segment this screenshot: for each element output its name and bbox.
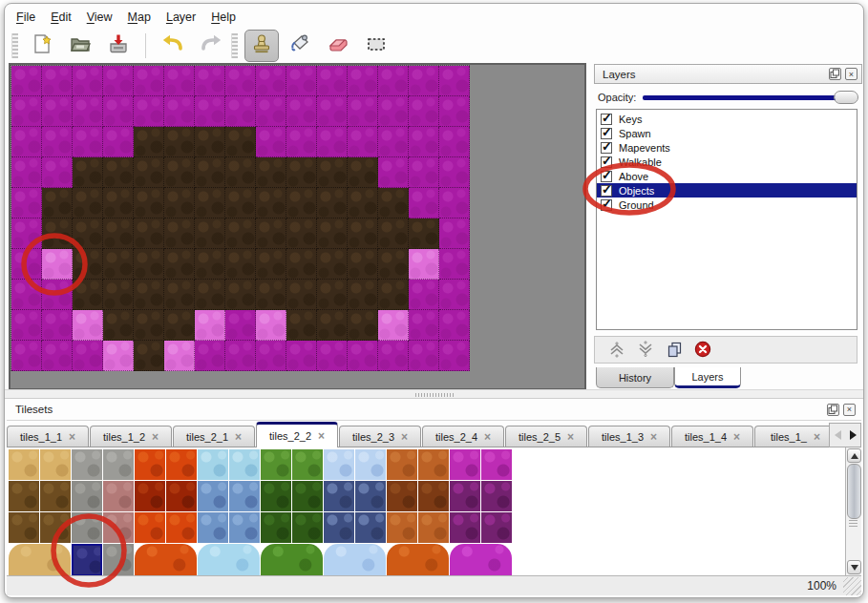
map-tile[interactable]	[164, 341, 195, 371]
map-tile[interactable]	[286, 96, 317, 127]
palette-tile-bush-magenta[interactable]	[450, 544, 512, 576]
palette-tile-darkmagenta[interactable]	[481, 512, 512, 543]
map-tile[interactable]	[42, 188, 73, 218]
palette-tile-bark[interactable]	[40, 512, 71, 543]
map-tile[interactable]	[348, 218, 378, 249]
layer-visibility-checkbox[interactable]: ✓	[601, 156, 612, 168]
tileset-tab-tiles_2_3[interactable]: tiles_2_3×	[339, 426, 421, 447]
palette-tile-lava[interactable]	[135, 449, 165, 480]
palette-tile-frost[interactable]	[198, 512, 228, 543]
palette-tile-lava[interactable]	[166, 449, 197, 480]
map-tile[interactable]	[103, 249, 134, 280]
map-tile[interactable]	[73, 310, 103, 341]
map-tile[interactable]	[378, 127, 409, 157]
map-tile[interactable]	[256, 341, 286, 371]
map-tile[interactable]	[134, 249, 164, 280]
map-tile[interactable]	[409, 341, 439, 371]
map-tile[interactable]	[11, 96, 42, 127]
map-tile[interactable]	[317, 96, 348, 127]
float-panel-icon[interactable]	[827, 404, 839, 416]
palette-tile-magenta[interactable]	[481, 449, 512, 480]
map-tile[interactable]	[11, 341, 42, 371]
map-tile[interactable]	[286, 127, 317, 157]
close-tab-icon[interactable]: ×	[69, 430, 75, 444]
map-tile[interactable]	[348, 280, 378, 310]
map-tile[interactable]	[103, 341, 134, 371]
map-tile[interactable]	[195, 188, 225, 218]
map-tile[interactable]	[73, 249, 103, 280]
map-tile[interactable]	[225, 280, 256, 310]
palette-tile-rock[interactable]	[72, 481, 102, 511]
map-tile[interactable]	[164, 157, 195, 188]
palette-tile-ember[interactable]	[166, 481, 197, 511]
palette-tile-ice[interactable]	[229, 449, 260, 480]
palette-tile-rust[interactable]	[387, 512, 417, 543]
palette-tile-crystal[interactable]	[355, 449, 386, 480]
map-tile[interactable]	[164, 218, 195, 249]
map-tile[interactable]	[134, 96, 164, 127]
tileset-tab-tiles_1_4[interactable]: tiles_1_4×	[671, 426, 753, 447]
palette-tile-frost[interactable]	[229, 512, 260, 543]
palette-tile-vine[interactable]	[292, 449, 323, 480]
palette-tile-bush-sand[interactable]	[9, 544, 71, 576]
open-button[interactable]	[63, 30, 97, 62]
map-tile[interactable]	[164, 249, 195, 280]
tileset-tab-tiles_1_2[interactable]: tiles_1_2×	[90, 426, 172, 447]
close-panel-icon[interactable]: ×	[843, 404, 856, 416]
map-tile[interactable]	[409, 66, 439, 96]
close-tab-icon[interactable]: ×	[235, 430, 242, 444]
palette-tile-vine[interactable]	[261, 449, 291, 480]
palette-tile-stone[interactable]	[72, 449, 102, 480]
map-tile[interactable]	[225, 341, 256, 371]
map-tile[interactable]	[134, 341, 164, 371]
map-tile[interactable]	[439, 218, 470, 249]
close-tab-icon[interactable]: ×	[152, 430, 159, 444]
close-tab-icon[interactable]: ×	[650, 430, 657, 444]
map-tile[interactable]	[348, 66, 378, 96]
map-tile[interactable]	[42, 280, 73, 310]
map-tile[interactable]	[286, 157, 317, 188]
scroll-up-icon[interactable]	[847, 448, 861, 463]
palette-tile-rust[interactable]	[418, 449, 449, 480]
raise-layer-button[interactable]	[604, 339, 629, 362]
map-tile[interactable]	[42, 127, 73, 157]
palette-tile-rust[interactable]	[418, 512, 449, 543]
close-tab-icon[interactable]: ×	[567, 430, 574, 444]
menu-item-view[interactable]: View	[81, 9, 122, 26]
palette-tile-ice[interactable]	[198, 449, 228, 480]
menu-item-map[interactable]: Map	[122, 9, 160, 26]
map-tile[interactable]	[348, 157, 378, 188]
map-tile[interactable]	[225, 310, 256, 341]
map-tile[interactable]	[103, 310, 134, 341]
palette-tile-darkrust[interactable]	[387, 481, 417, 511]
tileset-tab-tiles_1_[interactable]: tiles_1_×	[754, 426, 836, 447]
map-tile[interactable]	[409, 249, 439, 280]
map-tile[interactable]	[42, 249, 73, 280]
map-tile[interactable]	[439, 188, 470, 218]
map-tile[interactable]	[439, 96, 470, 127]
palette-tile-rust[interactable]	[387, 449, 417, 480]
delete-layer-button[interactable]	[690, 339, 715, 362]
map-tile[interactable]	[378, 96, 409, 127]
palette-tile-bark[interactable]	[9, 512, 39, 543]
map-tile[interactable]	[42, 96, 73, 127]
map-tile[interactable]	[317, 66, 348, 96]
map-tile[interactable]	[256, 66, 286, 96]
palette-scrollbar[interactable]	[845, 447, 861, 575]
map-tile[interactable]	[195, 341, 225, 371]
map-tile[interactable]	[317, 218, 348, 249]
palette-tile-sand[interactable]	[9, 449, 39, 480]
opacity-slider-handle[interactable]	[834, 91, 858, 104]
map-tile[interactable]	[225, 188, 256, 218]
map-tile[interactable]	[256, 188, 286, 218]
map-tile[interactable]	[439, 66, 470, 96]
map-tile[interactable]	[164, 188, 195, 218]
menu-item-file[interactable]: File	[11, 9, 45, 26]
map-tile[interactable]	[256, 280, 286, 310]
duplicate-layer-button[interactable]	[662, 339, 687, 362]
map-tile[interactable]	[439, 127, 470, 157]
map-tile[interactable]	[256, 310, 286, 341]
map-tile[interactable]	[42, 310, 73, 341]
tileset-tab-tiles_2_5[interactable]: tiles_2_5×	[505, 426, 587, 447]
lower-layer-button[interactable]	[633, 339, 658, 362]
